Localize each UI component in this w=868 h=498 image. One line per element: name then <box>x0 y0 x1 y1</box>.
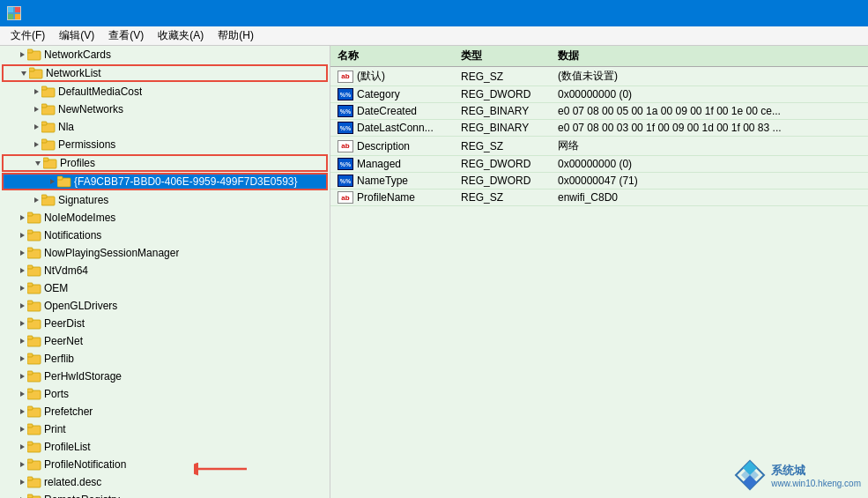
tree-node-oem[interactable]: OEM <box>0 279 330 297</box>
type-icon-ab: ab <box>338 191 353 204</box>
col-header-name: 名称 <box>330 46 454 67</box>
tree-node-signatures[interactable]: Signatures <box>0 191 330 209</box>
menu-file[interactable]: 文件(F) <box>4 26 52 45</box>
tree-node-opengldriver[interactable]: OpenGLDrivers <box>0 297 330 315</box>
table-row[interactable]: abProfileName REG_SZ enwifi_C8D0 <box>330 190 868 206</box>
tree-label-prefetcher: Prefetcher <box>44 405 93 418</box>
titlebar <box>0 0 868 26</box>
tree-container: NetworkCards NetworkList DefaultMediaCos… <box>0 46 330 498</box>
table-row[interactable]: abDescription REG_SZ 网络 <box>330 137 868 156</box>
type-icon-dw: %% <box>338 158 353 170</box>
tree-node-ports[interactable]: Ports <box>0 385 330 403</box>
svg-marker-61 <box>20 391 25 397</box>
svg-rect-1 <box>15 7 20 12</box>
table-row[interactable]: %%Category REG_DWORD 0x00000000 (0) <box>330 86 868 103</box>
svg-marker-4 <box>20 52 25 57</box>
cell-type: REG_SZ <box>454 137 551 156</box>
svg-marker-52 <box>20 338 25 344</box>
type-icon-dw: %% <box>338 105 353 117</box>
tree-label-perhwldstorage: PerHwIdStorage <box>44 370 122 383</box>
menu-view[interactable]: 查看(V) <box>101 26 151 45</box>
tree-node-permissions[interactable]: Permissions <box>0 136 330 153</box>
tree-label-peerdist: PeerDist <box>44 317 85 330</box>
tree-label-newnetworks: NewNetworks <box>58 103 123 115</box>
tree-label-permissions: Permissions <box>58 138 115 151</box>
tree-label-nla: Nla <box>58 121 74 133</box>
tree-label-networklist: NetworkList <box>46 67 101 79</box>
tree-node-ntvdm64[interactable]: NtVdm64 <box>0 262 330 279</box>
tree-node-profilenotification[interactable]: ProfileNotification <box>0 456 330 473</box>
tree-node-fa9cbb77[interactable]: {FA9CBB77-BBD0-406E-9959-499F7D3E0593} <box>2 173 328 190</box>
svg-marker-70 <box>20 444 25 450</box>
tree-node-nla[interactable]: Nla <box>0 118 330 136</box>
maximize-button[interactable] <box>780 0 820 26</box>
cell-data: 网络 <box>551 137 868 156</box>
svg-marker-43 <box>20 286 25 291</box>
svg-marker-16 <box>34 124 39 130</box>
tree-node-newnetworks[interactable]: NewNetworks <box>0 100 330 118</box>
cell-type: REG_SZ <box>454 67 551 86</box>
tree-node-profiles[interactable]: Profiles <box>2 154 328 172</box>
svg-rect-24 <box>43 158 48 161</box>
tree-node-prefetcher[interactable]: Prefetcher <box>0 403 330 420</box>
cell-name: %%NameType <box>330 173 454 190</box>
svg-rect-27 <box>57 176 63 180</box>
tree-node-peerdist[interactable]: PeerDist <box>0 315 330 332</box>
tree-node-nowplayingsessionmanager[interactable]: NowPlayingSessionManager <box>0 244 330 262</box>
table-row[interactable]: ab(默认) REG_SZ (数值未设置) <box>330 67 868 86</box>
svg-marker-13 <box>34 107 39 112</box>
values-table: 名称 类型 数据 ab(默认) REG_SZ (数值未设置) %%Categor… <box>330 46 868 206</box>
table-row[interactable]: %%NameType REG_DWORD 0x00000047 (71) <box>330 173 868 190</box>
svg-marker-19 <box>34 142 39 147</box>
svg-marker-34 <box>20 233 25 238</box>
type-icon-ab: ab <box>338 140 353 152</box>
tree-node-remoteregistry[interactable]: RemoteRegistry <box>0 491 330 498</box>
svg-rect-57 <box>27 353 33 357</box>
tree-label-relateddesc: related.desc <box>44 476 101 488</box>
svg-marker-55 <box>20 356 25 361</box>
tree-node-print[interactable]: Print <box>0 420 330 438</box>
tree-node-networkcards[interactable]: NetworkCards <box>0 46 330 63</box>
svg-marker-58 <box>20 374 25 379</box>
cell-data: enwifi_C8D0 <box>551 190 868 206</box>
table-row[interactable]: %%DateCreated REG_BINARY e0 07 08 00 05 … <box>330 103 868 120</box>
svg-rect-72 <box>27 442 33 445</box>
tree-node-defaultmediacost[interactable]: DefaultMediaCost <box>0 83 330 100</box>
tree-node-notifications[interactable]: Notifications <box>0 227 330 244</box>
menu-edit[interactable]: 编辑(V) <box>52 26 101 45</box>
svg-marker-37 <box>20 250 25 256</box>
tree-node-peernet[interactable]: PeerNet <box>0 332 330 350</box>
app-icon <box>7 6 21 20</box>
cell-name: %%DateCreated <box>330 103 454 120</box>
tree-node-relateddesc[interactable]: related.desc <box>0 473 330 491</box>
close-button[interactable] <box>820 0 861 26</box>
cell-type: REG_SZ <box>454 190 551 206</box>
tree-node-profilelist[interactable]: ProfileList <box>0 438 330 456</box>
cell-name: %%Category <box>330 86 454 103</box>
svg-rect-66 <box>27 406 33 410</box>
svg-rect-39 <box>27 248 33 251</box>
table-row[interactable]: %%Managed REG_DWORD 0x00000000 (0) <box>330 156 868 173</box>
type-icon-dw: %% <box>338 122 353 134</box>
tree-node-perflib[interactable]: Perflib <box>0 350 330 368</box>
tree-node-noiemodemes[interactable]: NoIeModeImes <box>0 209 330 227</box>
svg-rect-48 <box>27 301 33 304</box>
menu-help[interactable]: 帮助(H) <box>211 26 261 45</box>
svg-rect-75 <box>27 459 33 463</box>
menu-favorites[interactable]: 收藏夹(A) <box>151 26 211 45</box>
cell-data: (数值未设置) <box>551 67 868 86</box>
tree-node-networklist[interactable]: NetworkList <box>2 64 328 82</box>
tree-label-peernet: PeerNet <box>44 335 83 347</box>
tree-node-perhwldstorage[interactable]: PerHwIdStorage <box>0 368 330 385</box>
svg-rect-36 <box>27 230 33 234</box>
svg-rect-21 <box>41 139 47 143</box>
cell-type: REG_BINARY <box>454 103 551 120</box>
tree-label-ntvdm64: NtVdm64 <box>44 264 88 277</box>
svg-rect-78 <box>27 477 33 480</box>
table-row[interactable]: %%DateLastConn... REG_BINARY e0 07 08 00… <box>330 120 868 137</box>
tree-label-remoteregistry: RemoteRegistry <box>44 494 120 498</box>
minimize-button[interactable] <box>739 0 780 26</box>
svg-rect-30 <box>41 195 47 198</box>
svg-rect-45 <box>27 283 33 286</box>
tree-label-networkcards: NetworkCards <box>44 48 111 61</box>
